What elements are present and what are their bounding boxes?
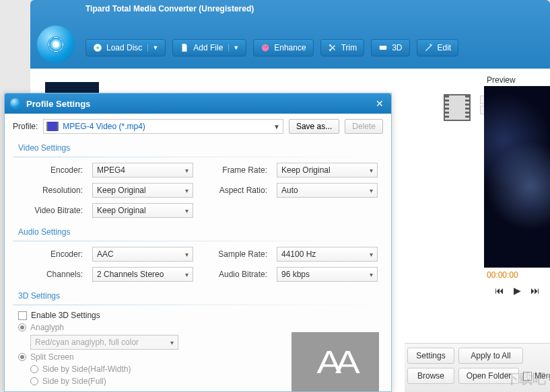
settings-button[interactable]: Settings <box>407 348 454 364</box>
dialog-titlebar[interactable]: Profile Settings ✕ <box>5 93 391 114</box>
svg-point-2 <box>262 44 269 52</box>
app-title: Tipard Total Media Converter (Unregister… <box>30 0 550 13</box>
checkbox-icon <box>523 372 532 381</box>
save-as-button[interactable]: Save as... <box>289 119 339 134</box>
profile-select[interactable]: MPEG-4 Video (*.mp4) ▼ <box>43 119 283 134</box>
radio-icon <box>30 377 38 385</box>
enable-3d-label: Enable 3D Settings <box>31 311 100 320</box>
dialog-icon <box>10 98 21 109</box>
apply-to-all-button[interactable]: Apply to All <box>458 348 523 364</box>
film-icon <box>46 122 59 131</box>
anaglyph-radio: Anaglyph <box>18 323 383 332</box>
profile-settings-dialog: Profile Settings ✕ Profile: MPEG-4 Video… <box>4 93 392 392</box>
browse-button[interactable]: Browse <box>407 368 454 384</box>
preview-timecode: 00:00:00 <box>484 268 550 280</box>
radio-icon <box>18 323 26 331</box>
merge-checkbox[interactable]: Merge <box>523 368 550 384</box>
divider <box>13 157 383 157</box>
trim-label: Trim <box>341 43 357 52</box>
divider <box>13 305 383 305</box>
audio-encoder-select[interactable]: AAC <box>92 247 193 262</box>
audio-settings-heading: Audio Settings <box>18 227 383 237</box>
anaglyph-mode-select: Red/cyan anaglyph, full color <box>30 335 178 350</box>
delete-button: Delete <box>345 119 383 134</box>
merge-label: Merge <box>535 371 550 381</box>
channels-label: Channels: <box>18 270 83 279</box>
divider <box>13 241 383 241</box>
scissors-icon <box>328 43 337 52</box>
video-bitrate-select[interactable]: Keep Original <box>92 203 193 218</box>
chevron-down-icon: ▼ <box>147 44 158 51</box>
svg-point-5 <box>329 44 331 46</box>
aspect-ratio-select[interactable]: Auto <box>277 183 378 198</box>
three-d-button[interactable]: 3D <box>371 39 409 56</box>
three-d-label: 3D <box>392 43 402 52</box>
sbs-full-label: Side by Side(Full) <box>42 377 106 386</box>
resolution-label: Resolution: <box>18 186 83 195</box>
sample-rate-select[interactable]: 44100 Hz <box>277 247 378 262</box>
svg-rect-7 <box>380 46 387 50</box>
audio-encoder-label: Encoder: <box>18 249 83 259</box>
play-button[interactable]: ▶ <box>514 285 521 296</box>
palette-icon <box>261 43 270 52</box>
output-format-icon[interactable] <box>444 94 471 121</box>
frame-rate-select[interactable]: Keep Original <box>277 163 378 178</box>
frame-rate-label: Frame Rate: <box>203 165 267 175</box>
prev-button[interactable]: ⏮ <box>495 285 504 296</box>
anaglyph-label: Anaglyph <box>30 323 64 332</box>
three-d-preview-thumbnail: AA <box>291 332 379 391</box>
svg-point-3 <box>263 46 265 47</box>
preview-panel: Preview 00:00:00 ⏮ ▶ ⏭ <box>484 73 550 286</box>
chevron-down-icon: ▼ <box>273 123 280 130</box>
chevron-down-icon: ▼ <box>228 44 239 51</box>
play-controls: ⏮ ▶ ⏭ <box>484 280 550 296</box>
edit-label: Edit <box>438 43 452 52</box>
split-screen-label: Split Screen <box>30 352 74 362</box>
open-folder-button[interactable]: Open Folder <box>458 368 519 384</box>
load-disc-label: Load Disc <box>106 43 142 52</box>
next-button[interactable]: ⏭ <box>530 285 540 296</box>
main-toolbar: Load Disc ▼ Add File ▼ Enhance Trim 3D E… <box>85 39 458 56</box>
resolution-select[interactable]: Keep Original <box>92 183 193 198</box>
profile-label: Profile: <box>13 122 38 131</box>
enhance-button[interactable]: Enhance <box>253 39 313 56</box>
wand-icon <box>424 43 434 52</box>
load-disc-button[interactable]: Load Disc ▼ <box>85 39 166 56</box>
preview-label: Preview <box>484 73 550 86</box>
close-button[interactable]: ✕ <box>374 97 386 110</box>
profile-value: MPEG-4 Video (*.mp4) <box>63 122 145 131</box>
add-file-button[interactable]: Add File ▼ <box>172 39 246 56</box>
svg-point-4 <box>266 46 267 48</box>
file-plus-icon <box>180 43 189 52</box>
radio-icon <box>18 353 26 361</box>
svg-point-1 <box>96 46 99 49</box>
checkbox-icon <box>18 311 27 320</box>
sample-rate-label: Sample Rate: <box>203 249 267 259</box>
close-icon: ✕ <box>376 98 384 109</box>
enable-3d-checkbox[interactable]: Enable 3D Settings <box>18 311 383 320</box>
audio-bitrate-select[interactable]: 96 kbps <box>277 267 378 282</box>
app-logo-icon <box>37 26 75 63</box>
three-d-icon <box>378 43 388 52</box>
sbs-half-label: Side by Side(Half-Width) <box>42 364 131 374</box>
trim-button[interactable]: Trim <box>320 39 365 56</box>
video-settings-heading: Video Settings <box>18 143 383 153</box>
app-header: Tipard Total Media Converter (Unregister… <box>30 0 550 69</box>
dialog-title: Profile Settings <box>26 99 374 109</box>
edit-button[interactable]: Edit <box>417 39 459 56</box>
svg-point-6 <box>329 49 331 51</box>
add-file-label: Add File <box>193 43 223 52</box>
three-d-settings-heading: 3D Settings <box>18 291 383 301</box>
enhance-label: Enhance <box>274 43 306 52</box>
channels-select[interactable]: 2 Channels Stereo <box>92 267 193 282</box>
bottom-button-bar: Settings Apply to All Browse Open Folder… <box>405 343 550 392</box>
video-encoder-label: Encoder: <box>18 165 83 175</box>
video-encoder-select[interactable]: MPEG4 <box>92 163 193 178</box>
video-bitrate-label: Video Bitrate: <box>18 206 83 215</box>
radio-icon <box>30 365 38 373</box>
disc-icon <box>93 43 102 52</box>
preview-video[interactable] <box>484 86 550 268</box>
aspect-ratio-label: Aspect Ratio: <box>203 186 267 195</box>
audio-bitrate-label: Audio Bitrate: <box>203 270 267 279</box>
